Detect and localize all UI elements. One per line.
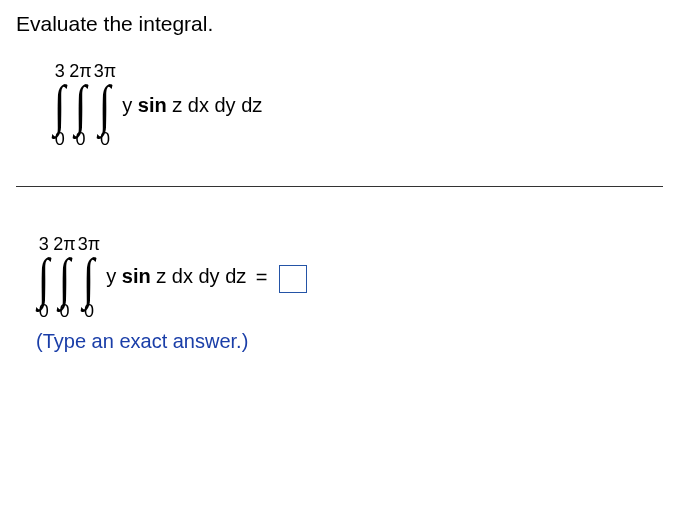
outer-integral: 3 ∫ 0 xyxy=(52,56,67,150)
integrand-y: y xyxy=(106,266,122,288)
answer-input[interactable] xyxy=(279,265,307,293)
triple-integral-symbols: 3 ∫ 0 2π ∫ 0 3π ∫ 0 xyxy=(52,56,116,150)
integral-sign-icon: ∫ xyxy=(54,82,66,130)
integrand: y sin z dx dy dz xyxy=(122,94,262,117)
integral-sign-icon: ∫ xyxy=(99,82,111,130)
integrand-y: y xyxy=(122,94,138,116)
answer-hint: (Type an exact answer.) xyxy=(36,330,663,353)
integrand-with-answer: y sin z dx dy dz = xyxy=(106,263,307,293)
inner-integral: 3π ∫ 0 xyxy=(78,229,100,323)
answer-integral-expression: 3 ∫ 0 2π ∫ 0 3π ∫ 0 y sin z dx dy dz = xyxy=(36,229,663,323)
outer-integral: 3 ∫ 0 xyxy=(36,229,51,323)
integral-sign-icon: ∫ xyxy=(59,255,71,303)
integral-sign-icon: ∫ xyxy=(38,255,50,303)
integrand-rest: z dx dy dz xyxy=(151,266,247,288)
middle-integral: 2π ∫ 0 xyxy=(69,56,91,150)
triple-integral-symbols: 3 ∫ 0 2π ∫ 0 3π ∫ 0 xyxy=(36,229,100,323)
question-prompt: Evaluate the integral. xyxy=(16,12,663,36)
triple-integral-expression: 3 ∫ 0 2π ∫ 0 3π ∫ 0 y sin z dx dy dz xyxy=(52,56,663,150)
integrand-rest: z dx dy dz xyxy=(167,94,263,116)
integral-sign-icon: ∫ xyxy=(75,82,87,130)
integrand-sin: sin xyxy=(122,266,151,288)
integral-sign-icon: ∫ xyxy=(83,255,95,303)
middle-integral: 2π ∫ 0 xyxy=(53,229,75,323)
equals-sign: = xyxy=(250,266,273,288)
question-integral-block: 3 ∫ 0 2π ∫ 0 3π ∫ 0 y sin z dx dy dz xyxy=(52,56,663,150)
section-divider xyxy=(16,186,663,187)
integrand-sin: sin xyxy=(138,94,167,116)
inner-integral: 3π ∫ 0 xyxy=(94,56,116,150)
answer-block: 3 ∫ 0 2π ∫ 0 3π ∫ 0 y sin z dx dy dz = (… xyxy=(36,229,663,354)
